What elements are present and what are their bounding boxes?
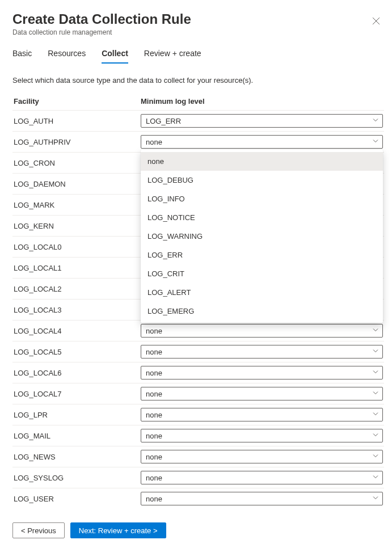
level-cell: none: [141, 345, 384, 359]
chevron-down-icon: [372, 117, 379, 125]
chevron-down-icon: [372, 390, 379, 398]
level-cell: none: [141, 429, 384, 442]
level-select-value: none: [146, 369, 162, 377]
level-select[interactable]: none: [141, 471, 383, 484]
level-option[interactable]: LOG_DEBUG: [141, 171, 383, 189]
table-row: LOG_LOCAL7none: [12, 383, 384, 404]
level-cell: none: [141, 366, 384, 379]
table-header: Facility Minimum log level: [12, 97, 384, 110]
table-row: LOG_USERnone: [12, 488, 384, 509]
header: Create Data Collection Rule Data collect…: [12, 11, 384, 36]
next-button[interactable]: Next: Review + create >: [70, 522, 166, 538]
facility-label: LOG_MARK: [12, 201, 141, 209]
facility-label: LOG_LOCAL2: [12, 285, 141, 293]
level-cell: none: [141, 492, 384, 505]
facility-label: LOG_USER: [12, 495, 141, 503]
chevron-down-icon: [372, 138, 379, 146]
tab-res[interactable]: Resources: [48, 49, 86, 64]
page-title: Create Data Collection Rule: [12, 11, 368, 27]
instruction-text: Select which data source type and the da…: [12, 76, 384, 85]
level-option[interactable]: none: [141, 152, 383, 171]
chevron-down-icon: [372, 474, 379, 482]
table-row: LOG_MAILnone: [12, 425, 384, 446]
tab-basic[interactable]: Basic: [12, 49, 32, 64]
level-option[interactable]: LOG_EMERG: [141, 302, 383, 321]
level-select[interactable]: LOG_ERR: [141, 114, 383, 128]
level-select-value: none: [146, 348, 162, 356]
tab-review[interactable]: Review + create: [144, 49, 201, 64]
level-select-value: none: [146, 495, 162, 503]
chevron-down-icon: [372, 411, 379, 419]
page-subtitle: Data collection rule management: [12, 28, 368, 36]
table-row: LOG_SYSLOGnone: [12, 467, 384, 488]
tab-collect[interactable]: Collect: [102, 49, 128, 64]
level-select-value: none: [146, 453, 162, 461]
level-select[interactable]: none: [141, 492, 383, 505]
level-select[interactable]: none: [141, 429, 383, 442]
table-row: LOG_AUTHPRIVnone: [12, 131, 384, 152]
level-cell: none: [141, 135, 384, 149]
footer: < Previous Next: Review + create >: [12, 522, 166, 538]
level-select[interactable]: none: [141, 324, 383, 338]
level-option[interactable]: LOG_CRIT: [141, 264, 383, 283]
chevron-down-icon: [372, 495, 379, 503]
table-row: LOG_LOCAL4none: [12, 320, 384, 341]
table-row: LOG_LOCAL6none: [12, 362, 384, 383]
facility-label: LOG_LPR: [12, 411, 141, 419]
level-cell: none: [141, 408, 384, 421]
level-select-value: none: [146, 327, 162, 335]
facility-label: LOG_SYSLOG: [12, 474, 141, 482]
level-cell: none: [141, 471, 384, 484]
column-header-level: Minimum log level: [141, 97, 384, 106]
chevron-down-icon: [372, 348, 379, 356]
facility-label: LOG_LOCAL6: [12, 369, 141, 377]
facility-label: LOG_LOCAL4: [12, 327, 141, 335]
facility-label: LOG_MAIL: [12, 432, 141, 440]
level-select[interactable]: none: [141, 345, 383, 359]
facility-label: LOG_NEWS: [12, 453, 141, 461]
level-option[interactable]: LOG_ALERT: [141, 283, 383, 302]
level-select[interactable]: none: [141, 450, 383, 463]
level-cell: none: [141, 324, 384, 338]
previous-button[interactable]: < Previous: [12, 522, 65, 538]
level-dropdown[interactable]: noneLOG_DEBUGLOG_INFOLOG_NOTICELOG_WARNI…: [141, 150, 383, 323]
table-row: LOG_LPRnone: [12, 404, 384, 425]
level-select[interactable]: none: [141, 366, 383, 379]
table-row: LOG_AUTHLOG_ERR: [12, 110, 384, 131]
close-icon: [372, 17, 380, 27]
level-select[interactable]: none: [141, 408, 383, 421]
level-option[interactable]: LOG_NOTICE: [141, 208, 383, 227]
facility-label: LOG_KERN: [12, 222, 141, 230]
facility-label: LOG_AUTH: [12, 117, 141, 125]
level-select-value: none: [146, 411, 162, 419]
level-option[interactable]: LOG_WARNING: [141, 227, 383, 246]
level-select-value: none: [146, 138, 162, 146]
chevron-down-icon: [372, 369, 379, 377]
level-select[interactable]: none: [141, 387, 383, 400]
column-header-facility: Facility: [12, 97, 141, 106]
facility-label: LOG_LOCAL5: [12, 348, 141, 356]
chevron-down-icon: [372, 327, 379, 335]
facility-label: LOG_LOCAL3: [12, 306, 141, 314]
level-select-value: none: [146, 390, 162, 398]
facility-label: LOG_LOCAL0: [12, 243, 141, 251]
level-cell: none: [141, 450, 384, 463]
facility-label: LOG_AUTHPRIV: [12, 138, 141, 146]
level-option[interactable]: LOG_INFO: [141, 189, 383, 208]
level-select-value: LOG_ERR: [146, 117, 181, 125]
chevron-down-icon: [372, 453, 379, 461]
level-select-value: none: [146, 474, 162, 482]
level-select[interactable]: none: [141, 135, 383, 149]
table-row: LOG_NEWSnone: [12, 446, 384, 467]
facility-label: LOG_LOCAL1: [12, 264, 141, 272]
level-cell: LOG_ERR: [141, 114, 384, 128]
facility-label: LOG_CRON: [12, 159, 141, 167]
facility-label: LOG_LOCAL7: [12, 390, 141, 398]
chevron-down-icon: [372, 432, 379, 440]
level-select-value: none: [146, 432, 162, 440]
level-option[interactable]: LOG_ERR: [141, 246, 383, 264]
close-button[interactable]: [368, 14, 384, 29]
level-cell: none: [141, 387, 384, 400]
tabs: BasicResourcesCollectReview + create: [12, 49, 384, 64]
table-row: LOG_LOCAL5none: [12, 341, 384, 362]
